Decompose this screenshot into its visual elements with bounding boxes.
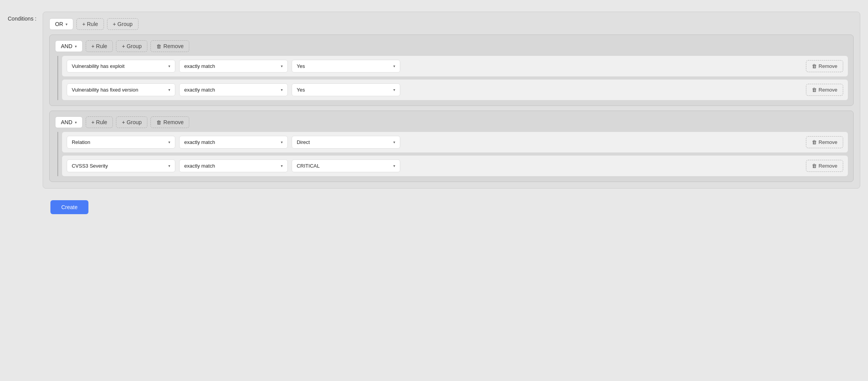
- group-1-rule-2-remove-button[interactable]: 🗑 Remove: [806, 84, 843, 96]
- group-1-operator-label: AND: [61, 43, 73, 49]
- group-1-remove-button[interactable]: 🗑 Remove: [150, 40, 189, 52]
- group-2-add-rule-button[interactable]: + Rule: [86, 116, 113, 128]
- create-button[interactable]: Create: [50, 200, 88, 214]
- group-2-remove-trash-icon: 🗑: [156, 119, 161, 125]
- group-1-rule-1-value-chevron: ▾: [393, 64, 395, 68]
- page-wrapper: Conditions : OR ▾ + Rule + Group AND ▾: [8, 12, 860, 214]
- group-2-rule-2-field-label: CVSS3 Severity: [72, 163, 108, 169]
- group-1-rule-1-remove-button[interactable]: 🗑 Remove: [806, 60, 843, 72]
- group-1-chevron-icon: ▾: [75, 44, 77, 48]
- group-2-rule-1-operator-label: exactly match: [184, 139, 215, 145]
- group-2-operator-select[interactable]: AND ▾: [55, 116, 83, 128]
- group-2-rule-2-value-select[interactable]: CRITICAL ▾: [292, 159, 400, 172]
- group-1-rule-2-value-label: Yes: [297, 87, 305, 93]
- group-1-rule-2-field-chevron: ▾: [168, 88, 170, 92]
- group-2-rule-2-operator-chevron: ▾: [281, 164, 283, 168]
- group-1-rule-2-operator-select[interactable]: exactly match ▾: [179, 83, 288, 96]
- footer-actions: Create: [8, 196, 860, 214]
- group-2: AND ▾ + Rule + Group 🗑 Remove: [49, 111, 854, 182]
- group-2-rule-2-remove-button[interactable]: 🗑 Remove: [806, 160, 843, 172]
- group-2-rule-2-field-select[interactable]: CVSS3 Severity ▾: [67, 159, 175, 172]
- group-1-rule-2-operator-label: exactly match: [184, 87, 215, 93]
- group-1-operator-select[interactable]: AND ▾: [55, 40, 83, 52]
- group-2-rule-2-remove-trash-icon: 🗑: [812, 163, 817, 169]
- group-2-rule-2-field-chevron: ▾: [168, 164, 170, 168]
- group-2-rule-2-remove-label: Remove: [819, 163, 837, 169]
- group-1-rule-1-value-select[interactable]: Yes ▾: [292, 60, 400, 73]
- group-1-add-group-button[interactable]: + Group: [116, 40, 147, 52]
- group-1-add-rule-label: + Rule: [92, 43, 107, 49]
- conditions-label: Conditions :: [8, 12, 36, 22]
- group-2-add-group-label: + Group: [122, 119, 142, 125]
- group-1-add-group-label: + Group: [122, 43, 142, 49]
- group-2-rule-1-remove-button[interactable]: 🗑 Remove: [806, 136, 843, 148]
- group-2-rule-1: Relation ▾ exactly match ▾ Direct ▾ 🗑: [62, 132, 848, 152]
- group-1-rule-2-value-chevron: ▾: [393, 88, 395, 92]
- group-1-rule-1-operator-chevron: ▾: [281, 64, 283, 68]
- group-1-rule-1-operator-label: exactly match: [184, 63, 215, 69]
- group-2-rule-1-value-chevron: ▾: [393, 140, 395, 144]
- top-add-group-button[interactable]: + Group: [107, 18, 138, 30]
- group-2-rule-2-operator-label: exactly match: [184, 163, 215, 169]
- group-1-rule-2-field-select[interactable]: Vulnerability has fixed version ▾: [67, 83, 175, 96]
- group-2-rule-1-operator-select[interactable]: exactly match ▾: [179, 136, 288, 149]
- group-2-rule-1-field-label: Relation: [72, 139, 90, 145]
- group-1-rule-2-remove-trash-icon: 🗑: [812, 87, 817, 93]
- group-2-rule-1-field-select[interactable]: Relation ▾: [67, 136, 175, 149]
- group-2-chevron-icon: ▾: [75, 120, 77, 125]
- group-2-rule-1-value-label: Direct: [297, 139, 310, 145]
- conditions-container: OR ▾ + Rule + Group AND ▾ + Rule: [43, 12, 860, 189]
- group-2-rule-2: CVSS3 Severity ▾ exactly match ▾ CRITICA…: [62, 156, 848, 176]
- group-2-rule-1-remove-label: Remove: [819, 139, 837, 145]
- group-2-rule-2-operator-select[interactable]: exactly match ▾: [179, 159, 288, 172]
- group-1-rule-1: Vulnerability has exploit ▾ exactly matc…: [62, 56, 848, 76]
- group-1-rule-2-operator-chevron: ▾: [281, 88, 283, 92]
- group-1-rule-1-remove-trash-icon: 🗑: [812, 63, 817, 69]
- or-operator-select[interactable]: OR ▾: [49, 18, 73, 30]
- group-1: AND ▾ + Rule + Group 🗑 Remove: [49, 35, 854, 106]
- group-2-remove-label: Remove: [163, 119, 183, 125]
- top-toolbar: OR ▾ + Rule + Group: [49, 18, 854, 30]
- group-1-rules: Vulnerability has exploit ▾ exactly matc…: [57, 56, 848, 100]
- or-operator-label: OR: [55, 21, 63, 27]
- group-2-rule-1-remove-trash-icon: 🗑: [812, 139, 817, 145]
- group-2-rule-1-operator-chevron: ▾: [281, 140, 283, 144]
- group-1-rule-1-operator-select[interactable]: exactly match ▾: [179, 60, 288, 73]
- group-2-remove-button[interactable]: 🗑 Remove: [150, 116, 189, 128]
- group-1-rule-1-field-chevron: ▾: [168, 64, 170, 68]
- group-1-remove-trash-icon: 🗑: [156, 43, 161, 49]
- group-2-toolbar: AND ▾ + Rule + Group 🗑 Remove: [55, 116, 848, 128]
- group-2-rule-1-field-chevron: ▾: [168, 140, 170, 144]
- conditions-section: Conditions : OR ▾ + Rule + Group AND ▾: [8, 12, 860, 189]
- top-add-rule-button[interactable]: + Rule: [76, 18, 104, 30]
- group-2-operator-label: AND: [61, 119, 73, 125]
- group-1-add-rule-button[interactable]: + Rule: [86, 40, 113, 52]
- group-1-rule-1-field-label: Vulnerability has exploit: [72, 63, 124, 69]
- group-1-rule-1-remove-label: Remove: [819, 63, 837, 69]
- group-1-rule-1-field-select[interactable]: Vulnerability has exploit ▾: [67, 60, 175, 73]
- group-2-add-rule-label: + Rule: [92, 119, 107, 125]
- group-1-remove-label: Remove: [163, 43, 183, 49]
- group-2-add-group-button[interactable]: + Group: [116, 116, 147, 128]
- group-1-rule-2-remove-label: Remove: [819, 87, 837, 93]
- group-1-rule-2-field-label: Vulnerability has fixed version: [72, 87, 138, 93]
- group-1-rule-2-value-select[interactable]: Yes ▾: [292, 83, 400, 96]
- group-1-rule-2: Vulnerability has fixed version ▾ exactl…: [62, 80, 848, 100]
- group-2-rule-1-value-select[interactable]: Direct ▾: [292, 136, 400, 149]
- group-2-rule-2-value-chevron: ▾: [393, 164, 395, 168]
- group-2-rules: Relation ▾ exactly match ▾ Direct ▾ 🗑: [57, 132, 848, 176]
- group-2-rule-2-value-label: CRITICAL: [297, 163, 320, 169]
- or-chevron-icon: ▾: [66, 22, 67, 26]
- group-1-toolbar: AND ▾ + Rule + Group 🗑 Remove: [55, 40, 848, 52]
- group-1-rule-1-value-label: Yes: [297, 63, 305, 69]
